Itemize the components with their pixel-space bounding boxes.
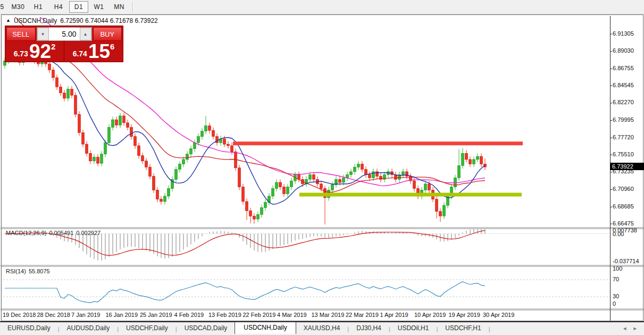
rsi-indicator-label: RSI(14) 55.8075: [6, 268, 50, 274]
tab-usdoil-h1[interactable]: USDOil,H1: [390, 323, 437, 334]
rsi-level-label: 0: [613, 300, 616, 307]
macd-indicator-label: MACD(12,26,9) 0.005491 0.002927: [6, 230, 101, 236]
tab-usdcad-daily[interactable]: USDCAD,Daily: [177, 323, 235, 334]
date-tick-label: 16 Jan 2019: [106, 312, 138, 318]
price-tick-label: 6.86755: [613, 65, 634, 71]
date-tick-label: 28 Dec 2018: [37, 312, 70, 318]
date-tick-label: 13 Mar 2019: [312, 312, 345, 318]
bid-pipette: 2: [51, 42, 55, 51]
chart-title: ▲ USDCNH,Daily 6.72590 6.74044 6.71678 6…: [6, 17, 158, 24]
current-price-tag: 6.73922: [610, 163, 644, 170]
tab-eurusd-daily[interactable]: EURUSD,Daily: [0, 323, 58, 334]
volume-input[interactable]: [49, 28, 80, 40]
macd-axis-bottom: -0.037714: [613, 258, 639, 264]
buy-button[interactable]: BUY: [93, 27, 122, 41]
ohlc-quote-line: 6.72590 6.74044 6.71678 6.73922: [60, 17, 158, 24]
chart-tab-bar: EURUSD,Daily| AUDUSD,Daily| USDCHF,Daily…: [0, 321, 644, 334]
terminal-window: 5 M30 H1 H4 D1 W1 MN ▲ USDCNH,Daily 6.72…: [0, 0, 644, 335]
tab-usdcnh-daily[interactable]: USDCNH,Daily: [235, 322, 296, 334]
date-tick-label: 22 Feb 2019: [243, 312, 276, 318]
price-tick-label: 6.91305: [613, 30, 634, 37]
rsi-level-label: 70: [613, 276, 619, 282]
price-tick-label: 6.89030: [613, 47, 634, 54]
macd-value-2: 0.002927: [76, 230, 101, 236]
date-tick-label: 13 Feb 2019: [208, 312, 241, 318]
rsi-name: RSI(14): [6, 268, 26, 274]
macd-name: MACD(12,26,9): [6, 230, 46, 236]
date-tick-label: 10 Apr 2019: [414, 312, 446, 318]
tab-usdchf-h1[interactable]: USDCHF,H1: [438, 323, 488, 334]
date-tick-label: 30 Apr 2019: [483, 312, 514, 318]
volume-decrease-button[interactable]: ▼: [37, 28, 49, 40]
date-tick-label: 4 Mar 2019: [277, 312, 307, 318]
tab-audusd-daily[interactable]: AUDUSD,Daily: [60, 323, 118, 334]
date-tick-label: 1 Apr 2019: [380, 312, 408, 318]
tab-xauusd-h4[interactable]: XAUUSD,H4: [296, 323, 348, 334]
volume-increase-button[interactable]: ▲: [80, 28, 91, 40]
volume-stepper: ▼ ▲: [37, 27, 92, 41]
date-tick-label: 19 Apr 2019: [449, 312, 480, 318]
bid-big-figure: 92: [29, 44, 51, 60]
date-tick-label: 19 Dec 2018: [3, 312, 36, 318]
date-tick-label: 7 Jan 2019: [71, 312, 100, 318]
tabs-scroll-right-icon[interactable]: ▸: [633, 325, 637, 332]
rsi-level-label: 30: [613, 293, 619, 299]
one-click-trade-panel: SELL ▼ ▲ BUY 6.73 92 2 6.74 15 6: [5, 26, 123, 62]
date-tick-label: 25 Jan 2019: [140, 312, 172, 318]
rsi-level-label: 100: [613, 265, 622, 272]
price-tick-label: 6.68685: [613, 203, 634, 210]
tabs-scroll-left-icon[interactable]: ◂: [623, 325, 626, 332]
date-tick-label: 4 Feb 2019: [174, 312, 204, 318]
macd-axis-overlap: 0.00: [613, 231, 624, 237]
price-tick-label: 6.77720: [613, 134, 634, 140]
rsi-value: 55.8075: [29, 268, 50, 274]
tab-usdchf-daily[interactable]: USDCHF,Daily: [119, 323, 175, 334]
ask-pipette: 6: [110, 42, 114, 51]
macd-value-1: 0.005491: [49, 230, 73, 236]
ask-price-display[interactable]: 6.74 15 6: [64, 41, 123, 61]
ask-prefix: 6.74: [73, 49, 87, 58]
bid-prefix: 6.73: [14, 49, 28, 58]
price-tick-label: 6.79995: [613, 116, 634, 123]
symbol-name: USDCNH,Daily: [14, 17, 57, 24]
date-tick-label: 22 Mar 2019: [346, 312, 379, 318]
ask-big-figure: 15: [88, 44, 110, 60]
price-tick-label: 6.66475: [613, 220, 634, 227]
price-tick-label: 6.75510: [613, 151, 634, 157]
price-tick-label: 6.84545: [613, 82, 634, 88]
price-tick-label: 6.82270: [613, 99, 634, 105]
collapse-arrow-icon[interactable]: ▲: [6, 18, 11, 23]
tab-dj30-h4[interactable]: DJ30,H4: [349, 323, 389, 334]
sell-button[interactable]: SELL: [6, 27, 36, 41]
price-tick-label: 6.70960: [613, 186, 634, 192]
chart-window: ▲ USDCNH,Daily 6.72590 6.74044 6.71678 6…: [1, 14, 643, 321]
tab-divider: |: [489, 326, 490, 334]
bid-price-display[interactable]: 6.73 92 2: [5, 41, 64, 61]
